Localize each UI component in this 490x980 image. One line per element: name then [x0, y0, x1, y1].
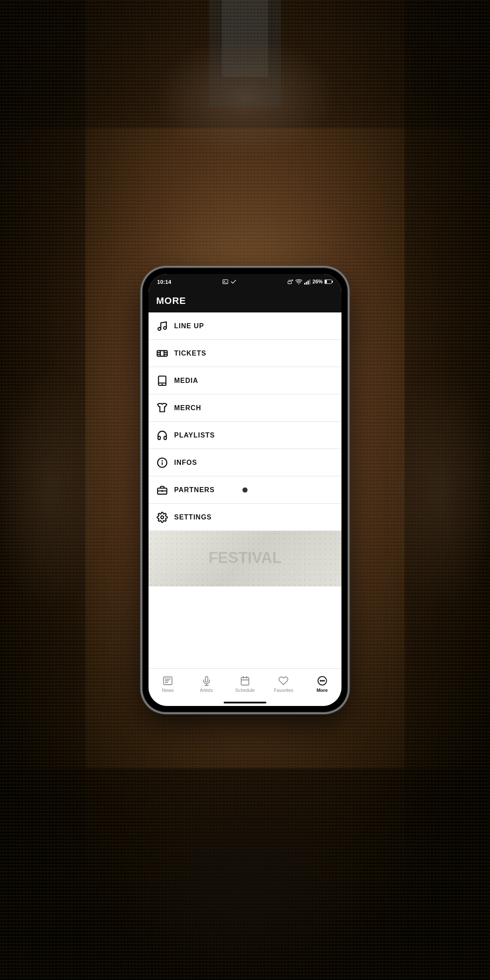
festival-logo: FESTIVAL [202, 542, 288, 576]
svg-rect-4 [0, 0, 490, 128]
headphones-icon [156, 429, 168, 441]
svg-point-30 [162, 384, 162, 385]
svg-rect-6 [209, 0, 281, 107]
svg-rect-7 [222, 0, 268, 77]
svg-rect-13 [306, 282, 307, 285]
heart-icon [278, 675, 289, 686]
ticket-icon [156, 347, 168, 359]
nav-label-news: News [162, 688, 174, 693]
status-bar: 10:14 [149, 274, 341, 289]
svg-rect-10 [288, 281, 292, 284]
calendar-icon [239, 675, 251, 686]
status-right-icons: 26% [288, 279, 333, 285]
svg-rect-5 [0, 768, 490, 980]
nav-item-artists[interactable]: Artists [187, 669, 225, 699]
nav-label-schedule: Schedule [235, 688, 255, 693]
svg-rect-2 [0, 0, 85, 980]
tablet-icon [156, 375, 168, 387]
photo-icon [222, 279, 228, 285]
svg-rect-17 [325, 280, 327, 283]
signal-icon [304, 279, 311, 285]
app-header: MORE [149, 289, 341, 312]
svg-rect-8 [223, 280, 228, 283]
menu-item-lineup[interactable]: LINE UP [149, 312, 341, 340]
svg-point-51 [322, 680, 323, 681]
battery-icon [324, 279, 333, 284]
menu-item-merch[interactable]: MERCH [149, 394, 341, 422]
svg-rect-18 [332, 281, 333, 283]
svg-point-19 [158, 327, 161, 330]
menu-item-tickets[interactable]: TICKETS [149, 340, 341, 367]
menu-item-settings[interactable]: SETTINGS [149, 504, 341, 531]
nav-label-artists: Artists [200, 688, 213, 693]
svg-rect-21 [157, 350, 167, 356]
menu-label-lineup: LINE UP [174, 322, 204, 330]
svg-point-52 [324, 680, 324, 681]
nav-item-favorites[interactable]: Favorites [264, 669, 303, 699]
wifi-icon [295, 279, 302, 285]
menu-label-merch: MERCH [174, 404, 201, 412]
status-icons [222, 279, 236, 285]
newspaper-icon [162, 675, 173, 686]
info-circle-icon [156, 457, 168, 469]
svg-rect-45 [241, 677, 249, 685]
tshirt-icon [156, 402, 168, 414]
nav-item-more[interactable]: More [303, 669, 341, 699]
battery-text: 26% [312, 279, 323, 285]
svg-rect-14 [308, 280, 309, 284]
svg-point-11 [298, 283, 299, 284]
bottom-nav-wrapper: News Artists [149, 668, 341, 706]
content-area: FESTIVAL [149, 531, 341, 586]
nav-label-favorites: Favorites [274, 688, 293, 693]
briefcase-icon [156, 484, 168, 496]
svg-rect-15 [309, 280, 311, 285]
svg-rect-12 [304, 283, 306, 285]
bottom-nav: News Artists [149, 668, 341, 699]
nav-label-more: More [317, 688, 328, 693]
menu-item-playlists[interactable]: PLAYLISTS [149, 422, 341, 449]
svg-rect-3 [405, 0, 490, 980]
svg-text:FESTIVAL: FESTIVAL [208, 549, 281, 566]
menu-label-media: MEDIA [174, 377, 198, 385]
menu-item-infos[interactable]: INFOS [149, 449, 341, 476]
menu-label-infos: INFOS [174, 459, 197, 467]
menu-label-settings: SETTINGS [174, 513, 212, 521]
svg-point-50 [320, 680, 321, 681]
check-icon [230, 279, 236, 285]
microphone-icon [201, 675, 212, 686]
phone-device: 10:14 [143, 268, 347, 712]
menu-label-playlists: PLAYLISTS [174, 432, 215, 439]
more-circle-icon [317, 675, 328, 686]
camera-notch [242, 487, 248, 493]
gear-icon [156, 511, 168, 523]
menu-label-tickets: TICKETS [174, 350, 206, 357]
nav-item-schedule[interactable]: Schedule [226, 669, 264, 699]
svg-point-37 [161, 516, 164, 519]
menu-label-partners: PARTNERS [174, 486, 215, 494]
home-indicator [224, 702, 266, 703]
status-time: 10:14 [157, 279, 171, 285]
mute-icon [288, 279, 294, 285]
svg-point-20 [163, 327, 166, 330]
menu-item-media[interactable]: MEDIA [149, 367, 341, 394]
nav-item-news[interactable]: News [149, 669, 187, 699]
music-note-icon [156, 320, 168, 332]
page-title: MORE [156, 295, 334, 306]
svg-point-36 [162, 490, 163, 491]
